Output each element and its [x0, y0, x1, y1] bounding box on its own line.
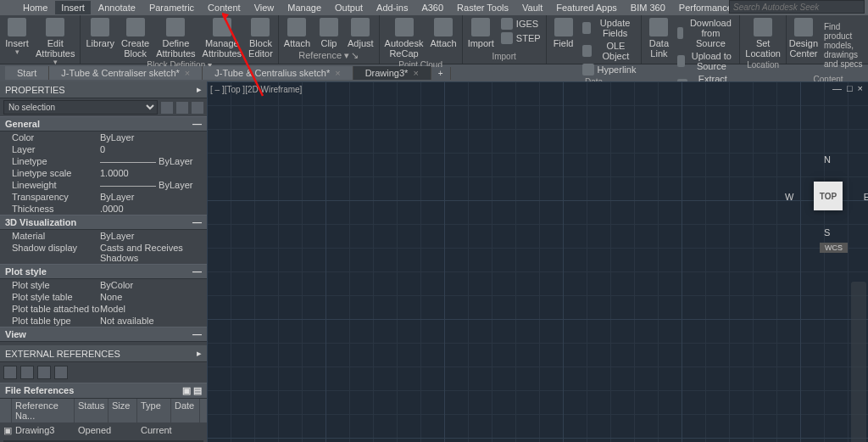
section-header[interactable]: Plot style—	[0, 264, 207, 279]
iges-button[interactable]: IGES	[499, 17, 542, 31]
help-icon[interactable]	[54, 366, 68, 379]
properties-panel-title: PROPERTIES ▸	[0, 81, 207, 98]
close-icon[interactable]: ×	[335, 68, 340, 78]
property-row[interactable]: Plot style tableNone	[0, 291, 207, 303]
import-button[interactable]: Import	[466, 17, 496, 49]
wcs-label[interactable]: WCS	[820, 243, 848, 253]
group-location-label: Location	[747, 59, 779, 70]
update-fields-button[interactable]: Update Fields	[581, 17, 638, 39]
dialog-launcher-icon[interactable]: ↘	[351, 50, 359, 61]
search-input[interactable]	[729, 0, 865, 14]
cube-top-face[interactable]: TOP	[814, 182, 843, 210]
tab-drawing3[interactable]: Drawing3*×	[353, 66, 431, 80]
menu-a360[interactable]: A360	[415, 1, 449, 14]
library-button[interactable]: Library	[84, 17, 116, 49]
attach-pc-icon	[434, 18, 453, 36]
property-row[interactable]: TransparencyByLayer	[0, 191, 207, 203]
navigation-bar[interactable]	[851, 282, 866, 442]
menubar: Home Insert Annotate Parametric Content …	[0, 0, 868, 15]
tab-jtube1[interactable]: J-Tube & Centraliser sketch*×	[49, 66, 203, 80]
create-block-button[interactable]: Create Block	[120, 17, 151, 59]
xrefs-table-row[interactable]: ▣ Drawing3 Opened Current	[0, 422, 207, 439]
menu-home[interactable]: Home	[17, 1, 53, 14]
tab-jtube2[interactable]: J-Tube & Centralius sketch*×	[203, 66, 353, 80]
close-icon[interactable]: ×	[858, 83, 863, 93]
menu-view[interactable]: View	[248, 1, 281, 14]
section-header[interactable]: 3D Visualization—	[0, 215, 207, 230]
upload-source-button[interactable]: Upload to Source	[676, 50, 736, 72]
selection-dropdown[interactable]: No selection	[3, 100, 158, 115]
tab-start[interactable]: Start	[5, 66, 49, 80]
file-references-header[interactable]: File References▣ ▤	[0, 383, 207, 399]
select-objects-icon[interactable]	[192, 102, 203, 114]
menu-content[interactable]: Content	[202, 1, 247, 14]
close-icon[interactable]: ×	[185, 68, 190, 78]
property-row[interactable]: Layer0	[0, 143, 207, 155]
group-import-label: Import	[492, 51, 515, 62]
data-link-button[interactable]: Data Link	[645, 17, 672, 59]
drawing-canvas[interactable]: [ – ][Top ][2D Wireframe] — □ × N E S W …	[207, 81, 868, 442]
view-cube[interactable]: N E S W TOP	[798, 166, 858, 226]
property-row[interactable]: Linetype—————— ByLayer	[0, 155, 207, 167]
menu-vault[interactable]: Vault	[516, 1, 548, 14]
menu-manage[interactable]: Manage	[281, 1, 327, 14]
menu-bim360[interactable]: BIM 360	[625, 1, 671, 14]
document-tabs: Start J-Tube & Centraliser sketch*× J-Tu…	[0, 64, 868, 81]
define-attributes-button[interactable]: Define Attributes	[154, 17, 197, 59]
menu-raster[interactable]: Raster Tools	[451, 1, 515, 14]
download-source-button[interactable]: Download from Source	[676, 17, 736, 49]
define-attr-icon	[166, 18, 185, 36]
close-icon[interactable]: ×	[413, 68, 418, 78]
property-row[interactable]: Plot table typeNot available	[0, 315, 207, 327]
edit-attributes-button[interactable]: Edit Attributes▾	[34, 17, 76, 68]
clip-button[interactable]: Clip	[315, 17, 342, 49]
menu-output[interactable]: Output	[329, 1, 369, 14]
property-row[interactable]: Shadow displayCasts and Receives Shadows	[0, 242, 207, 264]
set-location-button[interactable]: Set Location	[743, 17, 782, 59]
list-toggle-icon[interactable]: ▣ ▤	[182, 385, 202, 396]
recap-button[interactable]: Autodesk ReCap	[383, 17, 426, 59]
menu-featured[interactable]: Featured Apps	[550, 1, 623, 14]
library-icon	[91, 18, 109, 36]
pickadd-icon[interactable]	[176, 102, 188, 114]
hyperlink-button[interactable]: Hyperlink	[581, 63, 638, 76]
change-path-icon[interactable]	[37, 366, 51, 379]
ole-object-button[interactable]: OLE Object	[581, 40, 638, 62]
property-row[interactable]: Plot table attached toModel	[0, 303, 207, 315]
insert-button[interactable]: Insert▾	[3, 17, 31, 58]
menu-annotate[interactable]: Annotate	[92, 1, 142, 14]
attach-button[interactable]: Attach	[282, 17, 312, 49]
section-header[interactable]: View—	[0, 327, 207, 342]
recap-icon	[395, 18, 414, 36]
left-panels: PROPERTIES ▸ No selection General—ColorB…	[0, 81, 207, 442]
new-tab-button[interactable]: +	[431, 67, 451, 80]
block-editor-button[interactable]: Block Editor	[247, 17, 275, 59]
property-row[interactable]: Lineweight—————— ByLayer	[0, 179, 207, 191]
menu-addins[interactable]: Add-ins	[370, 1, 414, 14]
attach-pc-button[interactable]: Attach	[428, 17, 458, 49]
property-row[interactable]: Plot styleByColor	[0, 279, 207, 291]
panel-pin-icon[interactable]: ▸	[197, 348, 202, 359]
design-center-button[interactable]: Design Center	[790, 17, 817, 59]
section-header[interactable]: General—	[0, 116, 207, 131]
step-button[interactable]: STEP	[499, 31, 542, 45]
attach-xref-icon[interactable]	[3, 366, 17, 379]
quick-select-icon[interactable]	[161, 102, 173, 114]
property-row[interactable]: MaterialByLayer	[0, 230, 207, 242]
group-reference-label[interactable]: Reference ▾ ↘	[298, 49, 359, 62]
property-row[interactable]: ColorByLayer	[0, 131, 207, 143]
panel-pin-icon[interactable]: ▸	[197, 84, 202, 95]
refresh-icon[interactable]	[20, 366, 34, 379]
adjust-button[interactable]: Adjust	[346, 17, 376, 49]
update-fields-icon	[582, 22, 591, 34]
minimize-icon[interactable]: —	[832, 83, 842, 93]
maximize-icon[interactable]: □	[847, 83, 853, 93]
field-icon	[554, 18, 573, 36]
property-row[interactable]: Linetype scale1.0000	[0, 167, 207, 179]
viewport-label[interactable]: [ – ][Top ][2D Wireframe]	[210, 85, 302, 94]
manage-attributes-button[interactable]: Manage Attributes	[201, 17, 243, 59]
menu-parametric[interactable]: Parametric	[143, 1, 200, 14]
menu-insert[interactable]: Insert	[55, 1, 91, 14]
field-button[interactable]: Field	[550, 17, 577, 49]
property-row[interactable]: Thickness.0000	[0, 203, 207, 215]
